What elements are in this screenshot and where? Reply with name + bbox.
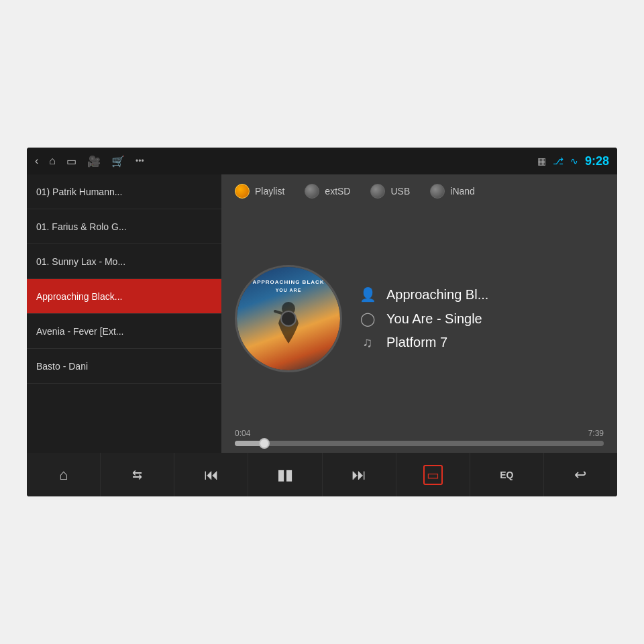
playlist-item-4[interactable]: Approaching Black...: [27, 279, 221, 314]
bluetooth-icon: ⎇: [553, 156, 564, 166]
home-nav-icon[interactable]: ⌂: [49, 155, 56, 167]
album-art: APPROACHING BLACK YOU ARE: [235, 265, 342, 372]
home-button[interactable]: ⌂: [27, 453, 101, 496]
playlist-panel: 01) Patrik Humann... 01. Farius & Rolo G…: [27, 174, 221, 453]
track-row: ♫ Platform 7: [358, 335, 604, 350]
extsd-dot: [305, 184, 319, 199]
album-art-text: APPROACHING BLACK YOU ARE: [237, 279, 340, 293]
bottom-controls: ⌂ ⇆ ⏮ ▮▮ ⏭ ▭ EQ ↩: [27, 453, 617, 496]
source-playlist[interactable]: Playlist: [235, 184, 284, 199]
camera-nav-icon[interactable]: 🎥: [87, 155, 101, 168]
playlist-item-1[interactable]: 01) Patrik Humann...: [27, 174, 221, 209]
progress-times: 0:04 7:39: [235, 429, 604, 438]
usb-dot: [370, 184, 385, 199]
playlist-item-2[interactable]: 01. Farius & Rolo G...: [27, 209, 221, 244]
album-center-hole: [280, 311, 297, 327]
shuffle-button[interactable]: ⇆: [101, 453, 174, 496]
playlist-item-3[interactable]: 01. Sunny Lax - Mo...: [27, 244, 221, 279]
back-button[interactable]: ↩: [544, 453, 617, 496]
recents-nav-icon[interactable]: ▭: [66, 155, 76, 168]
cast-icon: ▦: [537, 156, 546, 166]
inand-dot: [430, 184, 445, 199]
home-icon: ⌂: [59, 466, 68, 484]
nav-controls: ‹ ⌂ ▭ 🎥 🛒 •••: [35, 155, 144, 168]
wifi-icon: ∿: [570, 156, 578, 166]
total-time: 7:39: [588, 429, 604, 438]
status-icons: ▦ ⎇ ∿ 9:28: [537, 154, 609, 168]
progress-bar[interactable]: [235, 441, 604, 446]
playlist-dot: [235, 184, 250, 199]
prev-icon: ⏮: [204, 466, 219, 484]
status-bar: ‹ ⌂ ▭ 🎥 🛒 ••• ▦ ⎇ ∿ 9:28: [27, 148, 617, 174]
album-row: ◯ You Are - Single: [358, 311, 604, 327]
back-icon: ↩: [574, 466, 586, 484]
usb-label: USB: [390, 186, 410, 197]
album-text: You Are - Single: [386, 311, 482, 327]
repeat-button[interactable]: ▭: [396, 453, 470, 496]
pause-icon: ▮▮: [277, 466, 293, 484]
album-silhouette: [265, 297, 312, 357]
current-time: 0:04: [235, 429, 250, 438]
prev-button[interactable]: ⏮: [174, 453, 248, 496]
source-tabs: Playlist extSD USB iNand: [221, 174, 617, 208]
artist-text: Approaching Bl...: [386, 287, 488, 303]
track-info: 👤 Approaching Bl... ◯ You Are - Single ♫…: [358, 286, 604, 350]
shuffle-icon: ⇆: [132, 468, 142, 482]
back-nav-icon[interactable]: ‹: [35, 155, 38, 167]
next-button[interactable]: ⏭: [323, 453, 396, 496]
more-nav-icon[interactable]: •••: [136, 156, 144, 166]
playlist-item-5[interactable]: Avenia - Fever [Ext...: [27, 314, 221, 349]
eq-label: EQ: [500, 470, 513, 480]
track-text-val: Platform 7: [386, 335, 447, 350]
source-usb[interactable]: USB: [370, 184, 410, 199]
progress-thumb[interactable]: [259, 438, 270, 449]
album-art-line2: YOU ARE: [237, 287, 340, 293]
album-icon: ◯: [358, 311, 377, 327]
now-playing-area: APPROACHING BLACK YOU ARE: [221, 208, 617, 429]
progress-area: 0:04 7:39: [221, 429, 617, 453]
music-icon: ♫: [358, 335, 377, 350]
next-icon: ⏭: [352, 466, 366, 484]
playlist-label: Playlist: [255, 186, 284, 197]
eq-button[interactable]: EQ: [470, 453, 544, 496]
main-content: 01) Patrik Humann... 01. Farius & Rolo G…: [27, 174, 617, 453]
inand-label: iNand: [450, 186, 475, 197]
bag-nav-icon[interactable]: 🛒: [111, 155, 125, 168]
album-art-inner: APPROACHING BLACK YOU ARE: [237, 267, 340, 370]
pause-button[interactable]: ▮▮: [248, 453, 322, 496]
playlist-item-6[interactable]: Basto - Dani: [27, 349, 221, 384]
source-extsd[interactable]: extSD: [305, 184, 350, 199]
extsd-label: extSD: [325, 186, 350, 197]
player-panel: Playlist extSD USB iNand: [221, 174, 617, 453]
artist-icon: 👤: [358, 286, 377, 303]
repeat-icon-glyph: ▭: [423, 465, 443, 485]
clock: 9:28: [585, 154, 609, 168]
artist-row: 👤 Approaching Bl...: [358, 286, 604, 303]
source-inand[interactable]: iNand: [430, 184, 475, 199]
album-art-line1: APPROACHING BLACK: [237, 279, 340, 286]
